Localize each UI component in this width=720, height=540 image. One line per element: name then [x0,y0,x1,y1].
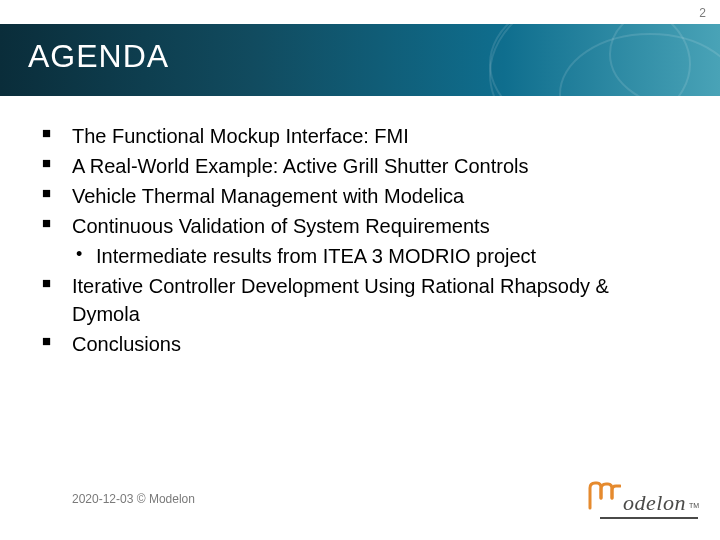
agenda-item: The Functional Mockup Interface: FMI [42,122,652,150]
agenda-subitem-text: Intermediate results from ITEA 3 MODRIO … [96,245,536,267]
agenda-item-text: Vehicle Thermal Management with Modelica [72,185,464,207]
slide-title: AGENDA [28,38,169,75]
agenda-item: Vehicle Thermal Management with Modelica [42,182,652,210]
logo-tm: TM [689,502,699,509]
footer-date: 2020-12-03 © Modelon [72,492,195,506]
band-decoration [390,24,720,96]
logo-underline [600,517,698,519]
header-band: AGENDA [0,24,720,96]
logo-text: odelon [623,490,686,516]
page-number: 2 [699,6,706,20]
agenda-item-text: Conclusions [72,333,181,355]
agenda-list: The Functional Mockup Interface: FMI A R… [42,122,652,358]
agenda-item: Conclusions [42,330,652,358]
agenda-subitem: Intermediate results from ITEA 3 MODRIO … [72,242,652,270]
agenda-item-text: The Functional Mockup Interface: FMI [72,125,409,147]
svg-point-2 [560,34,720,96]
agenda-item-text: A Real-World Example: Active Grill Shutt… [72,155,528,177]
logo: odelon TM [587,480,698,516]
agenda-item-text: Iterative Controller Development Using R… [72,275,609,325]
agenda-item: Iterative Controller Development Using R… [42,272,652,328]
agenda-item-text: Continuous Validation of System Requirem… [72,215,490,237]
agenda-item: A Real-World Example: Active Grill Shutt… [42,152,652,180]
agenda-item: Continuous Validation of System Requirem… [42,212,652,270]
slide: 2 AGENDA The Functional Mockup Interface… [0,0,720,540]
logo-mark-icon [587,480,621,510]
agenda-sublist: Intermediate results from ITEA 3 MODRIO … [72,242,652,270]
content-area: The Functional Mockup Interface: FMI A R… [42,122,652,360]
